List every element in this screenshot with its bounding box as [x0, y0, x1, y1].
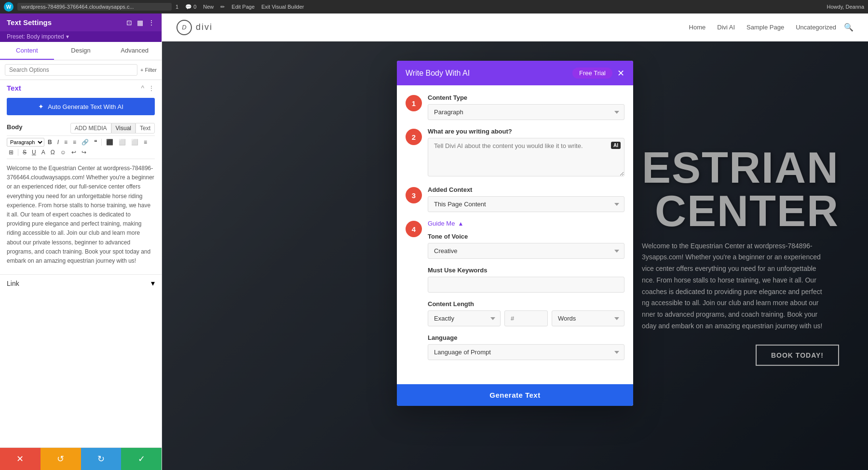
step4-row: 4 Guide Me ▲ Tone of Voice Creative	[406, 220, 624, 368]
sidebar-bottom-bar: ✕ ↺ ↻ ✓	[0, 447, 162, 470]
sidebar-title: Text Settings	[7, 18, 52, 27]
quote-button[interactable]: ❝	[92, 138, 99, 147]
content-type-select[interactable]: Paragraph Heading List Quote	[428, 104, 624, 120]
redo-editor-button[interactable]: ↪	[80, 148, 88, 157]
ai-badge: AI	[611, 142, 621, 149]
cancel-bottom-button[interactable]: ✕	[0, 448, 41, 470]
tone-select[interactable]: Creative Professional Casual Formal	[428, 243, 624, 259]
tone-row: Tone of Voice Creative Professional Casu…	[428, 233, 624, 259]
bold-button[interactable]: B	[46, 138, 54, 147]
new-link[interactable]: New	[203, 4, 214, 10]
ai-generate-button[interactable]: ✦ Auto Generate Text With AI	[7, 98, 155, 115]
link-expand-icon[interactable]: ▾	[151, 279, 155, 288]
align-center-button[interactable]: ⬜	[117, 138, 128, 147]
language-row: Language Language of Prompt English Span…	[428, 334, 624, 360]
nav-divi-ai[interactable]: Divi AI	[717, 24, 735, 31]
toolbar-divider-2	[18, 149, 18, 156]
tone-label: Tone of Voice	[428, 233, 624, 240]
ai-dialog-overlay: Write Body With AI Free Trial ✕ 1 Conten…	[162, 41, 868, 470]
align-left-button[interactable]: ⬛	[104, 138, 115, 147]
color-button[interactable]: A	[40, 148, 47, 157]
length-number-input[interactable]	[504, 310, 548, 326]
underline-button[interactable]: U	[30, 148, 38, 157]
table-button[interactable]: ⊞	[7, 148, 15, 157]
user-label: Howdy, Deanna	[827, 4, 864, 10]
step3-circle: 3	[406, 187, 422, 203]
emoji-button[interactable]: ☺	[58, 148, 68, 157]
search-options-input[interactable]	[5, 64, 137, 76]
nav-search-icon[interactable]: 🔍	[844, 23, 854, 32]
ol-button[interactable]: ≡	[71, 138, 78, 147]
step2-circle: 2	[406, 129, 422, 145]
add-media-button[interactable]: ADD MEDIA	[70, 123, 111, 134]
preset-row[interactable]: Preset: Body imported ▾	[0, 31, 162, 42]
tab-design[interactable]: Design	[54, 42, 108, 60]
nav-home[interactable]: Home	[689, 24, 706, 31]
writing-about-label: What are you writing about?	[428, 128, 624, 135]
length-exactly-select[interactable]: Exactly At Least At Most	[428, 310, 501, 326]
collapse-icon[interactable]: ^	[141, 84, 144, 92]
guide-me-row: Guide Me ▲	[428, 220, 624, 227]
italic-button[interactable]: I	[55, 138, 61, 147]
redo-bottom-button[interactable]: ↻	[81, 448, 122, 470]
language-select[interactable]: Language of Prompt English Spanish Frenc…	[428, 344, 624, 360]
counter-badge: 1	[176, 4, 178, 10]
divi-logo-circle: D	[176, 20, 192, 35]
body-toolbar: Body ADD MEDIA Visual Text	[7, 123, 155, 134]
nav-sample-page[interactable]: Sample Page	[746, 24, 784, 31]
browser-bar-left: W wordpress-784896-3766464.cloudwaysapps…	[4, 2, 304, 12]
filter-button[interactable]: + Filter	[140, 67, 157, 73]
link-button[interactable]: 🔗	[80, 138, 91, 147]
ai-dialog-header-right: Free Trial ✕	[572, 67, 624, 79]
sidebar-tabs: Content Design Advanced	[0, 42, 162, 60]
save-bottom-button[interactable]: ✓	[121, 448, 162, 470]
keywords-label: Must Use Keywords	[428, 267, 624, 274]
step1-circle: 1	[406, 95, 422, 111]
ai-btn-label: Auto Generate Text With AI	[48, 103, 123, 110]
generate-text-button[interactable]: Generate Text	[397, 384, 633, 406]
tab-content[interactable]: Content	[0, 42, 54, 60]
align-justify-button[interactable]: ≡	[142, 138, 149, 147]
section-more-icon[interactable]: ⋮	[148, 84, 155, 92]
step3-content: Added Context This Page Content No Conte…	[428, 186, 624, 212]
ul-button[interactable]: ≡	[62, 138, 69, 147]
ai-dialog: Write Body With AI Free Trial ✕ 1 Conten…	[397, 61, 633, 406]
columns-icon[interactable]: ▦	[137, 19, 143, 27]
fullscreen-icon[interactable]: ⊡	[126, 19, 132, 27]
link-section: Link ▾	[0, 274, 162, 292]
exit-builder-link[interactable]: Exit Visual Builder	[261, 4, 304, 10]
sidebar-search-row: + Filter	[0, 60, 162, 80]
keywords-input[interactable]	[428, 277, 624, 293]
tab-advanced[interactable]: Advanced	[108, 42, 162, 60]
step2-content: What are you writing about? AI	[428, 128, 624, 178]
generate-row: 5 Generate Text	[397, 384, 633, 406]
main-nav: Home Divi AI Sample Page Uncategorized	[689, 24, 836, 31]
writing-about-textarea[interactable]	[428, 138, 624, 176]
preset-label: Preset: Body imported	[7, 33, 64, 40]
content-area: D divi Home Divi AI Sample Page Uncatego…	[162, 13, 868, 470]
wordpress-logo-icon: W	[4, 2, 14, 12]
undo-bottom-button[interactable]: ↺	[41, 448, 81, 470]
visual-tab-btn[interactable]: Visual	[111, 123, 136, 134]
body-section: Body ADD MEDIA Visual Text Paragraph B I…	[0, 120, 162, 270]
text-section-header: Text ^ ⋮	[0, 80, 162, 96]
step4-content: Guide Me ▲ Tone of Voice Creative Profes…	[428, 220, 624, 368]
undo-editor-button[interactable]: ↩	[69, 148, 78, 157]
strikethrough-button[interactable]: S	[21, 148, 28, 157]
url-bar: wordpress-784896-3766464.cloudwaysapps.c…	[17, 3, 172, 11]
edit-divider: ✏	[220, 4, 225, 10]
more-icon[interactable]: ⋮	[148, 19, 155, 27]
edit-page-link[interactable]: Edit Page	[231, 4, 255, 10]
paragraph-select[interactable]: Paragraph	[7, 138, 44, 147]
length-words-select[interactable]: Words Sentences Paragraphs	[552, 310, 624, 326]
align-right-button[interactable]: ⬜	[129, 138, 140, 147]
wp-nav: D divi Home Divi AI Sample Page Uncatego…	[162, 13, 868, 41]
nav-uncategorized[interactable]: Uncategorized	[796, 24, 836, 31]
added-context-select[interactable]: This Page Content No Context Custom Cont…	[428, 196, 624, 212]
text-tab-btn[interactable]: Text	[136, 123, 155, 134]
ai-dialog-close-button[interactable]: ✕	[617, 69, 624, 78]
guide-me-link[interactable]: Guide Me	[428, 220, 455, 227]
ai-dialog-title: Write Body With AI	[406, 69, 470, 78]
toolbar-divider-1	[101, 139, 102, 146]
special-chars-button[interactable]: Ω	[49, 148, 57, 157]
